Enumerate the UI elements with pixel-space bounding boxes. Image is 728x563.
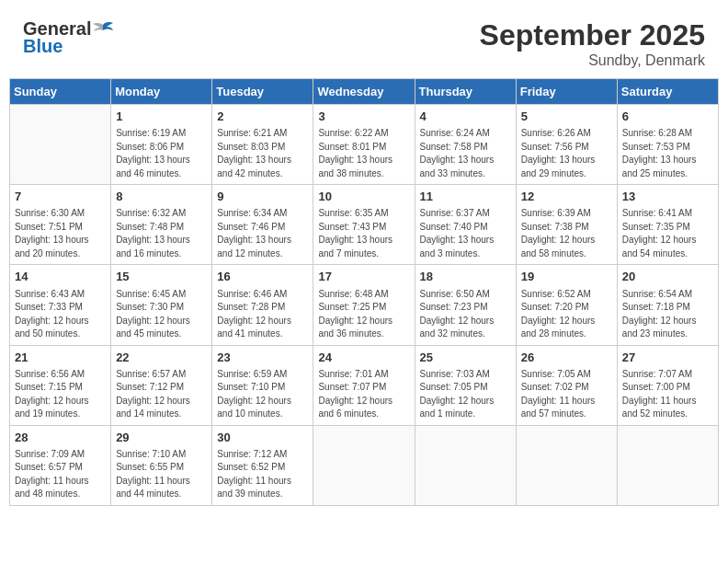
calendar-day-18: 18Sunrise: 6:50 AM Sunset: 7:23 PM Dayli… [415, 265, 516, 345]
day-info: Sunrise: 6:21 AM Sunset: 8:03 PM Dayligh… [217, 127, 308, 180]
day-number: 26 [521, 350, 612, 366]
day-info: Sunrise: 6:52 AM Sunset: 7:20 PM Dayligh… [521, 288, 612, 341]
calendar-day-15: 15Sunrise: 6:45 AM Sunset: 7:30 PM Dayli… [111, 265, 212, 345]
day-number: 11 [420, 189, 511, 205]
calendar-day-16: 16Sunrise: 6:46 AM Sunset: 7:28 PM Dayli… [212, 265, 313, 345]
calendar-day-8: 8Sunrise: 6:32 AM Sunset: 7:48 PM Daylig… [111, 185, 212, 265]
calendar-day-7: 7Sunrise: 6:30 AM Sunset: 7:51 PM Daylig… [10, 185, 111, 265]
day-number: 30 [217, 430, 308, 446]
day-info: Sunrise: 6:24 AM Sunset: 7:58 PM Dayligh… [420, 127, 511, 180]
calendar-day-3: 3Sunrise: 6:22 AM Sunset: 8:01 PM Daylig… [313, 105, 415, 185]
day-number: 5 [521, 109, 612, 125]
calendar-day-9: 9Sunrise: 6:34 AM Sunset: 7:46 PM Daylig… [212, 185, 313, 265]
day-number: 3 [318, 109, 409, 125]
weekday-header-saturday: Saturday [617, 79, 718, 105]
weekday-header-friday: Friday [516, 79, 617, 105]
page-header: General Blue September 2025 Sundby, Denm… [9, 9, 719, 74]
weekday-header-monday: Monday [111, 79, 212, 105]
day-number: 7 [15, 189, 106, 205]
weekday-header-wednesday: Wednesday [313, 79, 415, 105]
logo: General Blue [23, 18, 113, 57]
calendar-empty-cell [313, 425, 415, 505]
calendar-day-11: 11Sunrise: 6:37 AM Sunset: 7:40 PM Dayli… [415, 185, 516, 265]
day-number: 17 [318, 269, 409, 285]
calendar-day-2: 2Sunrise: 6:21 AM Sunset: 8:03 PM Daylig… [212, 105, 313, 185]
day-number: 10 [318, 189, 409, 205]
day-info: Sunrise: 6:30 AM Sunset: 7:51 PM Dayligh… [15, 207, 106, 260]
day-number: 4 [420, 109, 511, 125]
day-number: 14 [15, 269, 106, 285]
weekday-header-thursday: Thursday [415, 79, 516, 105]
calendar-week-row: 7Sunrise: 6:30 AM Sunset: 7:51 PM Daylig… [10, 185, 719, 265]
calendar-week-row: 14Sunrise: 6:43 AM Sunset: 7:33 PM Dayli… [10, 265, 719, 345]
day-number: 29 [116, 430, 207, 446]
day-info: Sunrise: 6:50 AM Sunset: 7:23 PM Dayligh… [420, 288, 511, 341]
calendar-day-26: 26Sunrise: 7:05 AM Sunset: 7:02 PM Dayli… [516, 345, 617, 425]
day-number: 24 [318, 350, 409, 366]
calendar-day-1: 1Sunrise: 6:19 AM Sunset: 8:06 PM Daylig… [111, 105, 212, 185]
day-number: 25 [420, 350, 511, 366]
day-number: 28 [15, 430, 106, 446]
calendar-empty-cell [617, 425, 718, 505]
day-info: Sunrise: 6:48 AM Sunset: 7:25 PM Dayligh… [318, 288, 409, 341]
calendar-week-row: 1Sunrise: 6:19 AM Sunset: 8:06 PM Daylig… [10, 105, 719, 185]
title-section: September 2025 Sundby, Denmark [480, 18, 705, 69]
day-info: Sunrise: 6:59 AM Sunset: 7:10 PM Dayligh… [217, 368, 308, 421]
day-number: 27 [622, 350, 713, 366]
day-number: 12 [521, 189, 612, 205]
calendar-table: SundayMondayTuesdayWednesdayThursdayFrid… [9, 78, 719, 506]
calendar-day-28: 28Sunrise: 7:09 AM Sunset: 6:57 PM Dayli… [10, 425, 111, 505]
calendar-day-5: 5Sunrise: 6:26 AM Sunset: 7:56 PM Daylig… [516, 105, 617, 185]
calendar-header-row: SundayMondayTuesdayWednesdayThursdayFrid… [10, 79, 719, 105]
day-info: Sunrise: 6:56 AM Sunset: 7:15 PM Dayligh… [15, 368, 106, 421]
day-info: Sunrise: 6:34 AM Sunset: 7:46 PM Dayligh… [217, 207, 308, 260]
calendar-day-29: 29Sunrise: 7:10 AM Sunset: 6:55 PM Dayli… [111, 425, 212, 505]
day-info: Sunrise: 6:45 AM Sunset: 7:30 PM Dayligh… [116, 288, 207, 341]
day-info: Sunrise: 6:43 AM Sunset: 7:33 PM Dayligh… [15, 288, 106, 341]
day-number: 13 [622, 189, 713, 205]
day-number: 23 [217, 350, 308, 366]
day-info: Sunrise: 6:22 AM Sunset: 8:01 PM Dayligh… [318, 127, 409, 180]
calendar-day-12: 12Sunrise: 6:39 AM Sunset: 7:38 PM Dayli… [516, 185, 617, 265]
day-number: 21 [15, 350, 106, 366]
logo-blue-text: Blue [23, 36, 63, 57]
day-info: Sunrise: 7:01 AM Sunset: 7:07 PM Dayligh… [318, 368, 409, 421]
calendar-empty-cell [516, 425, 617, 505]
day-number: 8 [116, 189, 207, 205]
day-number: 6 [622, 109, 713, 125]
day-number: 19 [521, 269, 612, 285]
calendar-day-17: 17Sunrise: 6:48 AM Sunset: 7:25 PM Dayli… [313, 265, 415, 345]
month-title: September 2025 [480, 18, 705, 52]
calendar-empty-cell [415, 425, 516, 505]
day-info: Sunrise: 6:39 AM Sunset: 7:38 PM Dayligh… [521, 207, 612, 260]
day-info: Sunrise: 6:46 AM Sunset: 7:28 PM Dayligh… [217, 288, 308, 341]
location: Sundby, Denmark [480, 52, 705, 69]
day-number: 22 [116, 350, 207, 366]
calendar-day-4: 4Sunrise: 6:24 AM Sunset: 7:58 PM Daylig… [415, 105, 516, 185]
day-number: 9 [217, 189, 308, 205]
calendar-empty-cell [10, 105, 111, 185]
calendar-day-23: 23Sunrise: 6:59 AM Sunset: 7:10 PM Dayli… [212, 345, 313, 425]
day-info: Sunrise: 6:41 AM Sunset: 7:35 PM Dayligh… [622, 207, 713, 260]
calendar-day-20: 20Sunrise: 6:54 AM Sunset: 7:18 PM Dayli… [617, 265, 718, 345]
day-number: 16 [217, 269, 308, 285]
weekday-header-tuesday: Tuesday [212, 79, 313, 105]
day-info: Sunrise: 6:28 AM Sunset: 7:53 PM Dayligh… [622, 127, 713, 180]
day-number: 18 [420, 269, 511, 285]
day-number: 15 [116, 269, 207, 285]
day-info: Sunrise: 6:26 AM Sunset: 7:56 PM Dayligh… [521, 127, 612, 180]
day-number: 20 [622, 269, 713, 285]
calendar-day-25: 25Sunrise: 7:03 AM Sunset: 7:05 PM Dayli… [415, 345, 516, 425]
day-info: Sunrise: 6:32 AM Sunset: 7:48 PM Dayligh… [116, 207, 207, 260]
calendar-day-24: 24Sunrise: 7:01 AM Sunset: 7:07 PM Dayli… [313, 345, 415, 425]
day-number: 1 [116, 109, 207, 125]
day-info: Sunrise: 6:35 AM Sunset: 7:43 PM Dayligh… [318, 207, 409, 260]
calendar-day-14: 14Sunrise: 6:43 AM Sunset: 7:33 PM Dayli… [10, 265, 111, 345]
day-info: Sunrise: 6:19 AM Sunset: 8:06 PM Dayligh… [116, 127, 207, 180]
calendar-week-row: 21Sunrise: 6:56 AM Sunset: 7:15 PM Dayli… [10, 345, 719, 425]
day-info: Sunrise: 6:54 AM Sunset: 7:18 PM Dayligh… [622, 288, 713, 341]
day-number: 2 [217, 109, 308, 125]
calendar-day-22: 22Sunrise: 6:57 AM Sunset: 7:12 PM Dayli… [111, 345, 212, 425]
day-info: Sunrise: 7:03 AM Sunset: 7:05 PM Dayligh… [420, 368, 511, 421]
calendar-day-19: 19Sunrise: 6:52 AM Sunset: 7:20 PM Dayli… [516, 265, 617, 345]
